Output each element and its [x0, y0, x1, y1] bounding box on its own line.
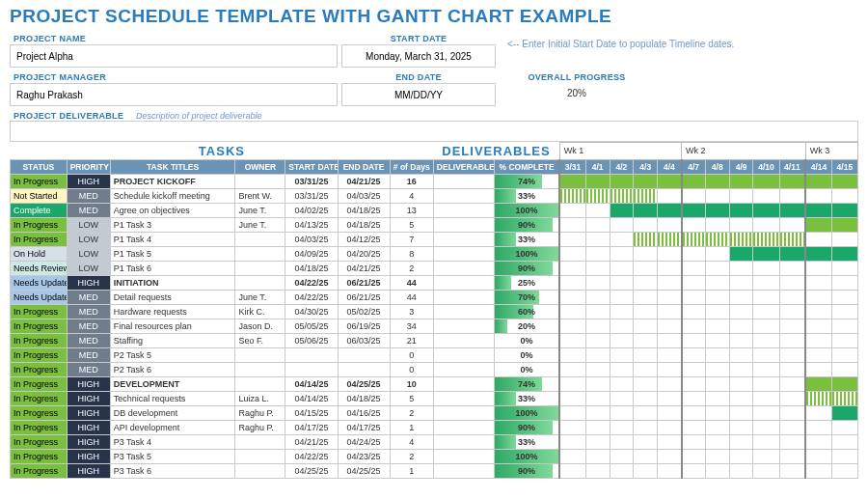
priority-cell[interactable]: MED: [67, 333, 110, 347]
status-cell[interactable]: In Progress: [11, 434, 68, 449]
manager-input[interactable]: [10, 83, 338, 106]
status-cell[interactable]: In Progress: [11, 304, 68, 319]
days-cell[interactable]: 2: [390, 449, 433, 463]
deliverable-cell[interactable]: [433, 232, 494, 246]
table-row[interactable]: In ProgressLOWP1 Task 3June T.04/13/2504…: [11, 217, 858, 232]
end-cell[interactable]: 06/21/25: [338, 275, 390, 290]
owner-cell[interactable]: [235, 434, 285, 449]
end-cell[interactable]: 04/12/25: [338, 232, 390, 246]
end-cell[interactable]: 04/21/25: [338, 174, 390, 188]
end-cell[interactable]: [338, 362, 390, 376]
priority-cell[interactable]: LOW: [67, 246, 110, 261]
pct-cell[interactable]: 20%: [495, 319, 560, 333]
owner-cell[interactable]: [235, 376, 285, 391]
days-cell[interactable]: 3: [390, 304, 433, 319]
table-row[interactable]: In ProgressMEDFinal resources planJason …: [11, 319, 858, 333]
task-cell[interactable]: P1 Task 6: [110, 261, 235, 275]
owner-cell[interactable]: June T.: [235, 290, 285, 304]
pct-cell[interactable]: 90%: [495, 261, 560, 275]
table-row[interactable]: On HoldLOWP1 Task 504/09/2504/20/258100%: [11, 246, 858, 261]
priority-cell[interactable]: MED: [67, 362, 110, 376]
end-cell[interactable]: 05/02/25: [338, 304, 390, 319]
status-cell[interactable]: Complete: [11, 203, 68, 217]
task-cell[interactable]: Agree on objectives: [110, 203, 235, 217]
start-cell[interactable]: 04/02/25: [285, 203, 338, 217]
task-cell[interactable]: API development: [110, 420, 235, 434]
priority-cell[interactable]: MED: [67, 304, 110, 319]
pct-cell[interactable]: 33%: [495, 434, 560, 449]
end-cell[interactable]: 06/21/25: [338, 290, 390, 304]
col-task[interactable]: TASK TITLES: [110, 159, 235, 174]
pct-cell[interactable]: 0%: [495, 347, 560, 362]
start-cell[interactable]: 04/18/25: [285, 261, 338, 275]
status-cell[interactable]: In Progress: [11, 391, 68, 405]
pct-cell[interactable]: 90%: [495, 217, 560, 232]
owner-cell[interactable]: June T.: [235, 217, 285, 232]
owner-cell[interactable]: [235, 463, 285, 478]
pct-cell[interactable]: 0%: [495, 333, 560, 347]
col-start[interactable]: START DATE: [285, 159, 338, 174]
priority-cell[interactable]: HIGH: [67, 376, 110, 391]
status-cell[interactable]: In Progress: [11, 174, 68, 188]
pct-cell[interactable]: 100%: [495, 246, 560, 261]
deliverable-cell[interactable]: [433, 188, 494, 203]
end-cell[interactable]: 04/23/25: [338, 449, 390, 463]
deliverable-input[interactable]: [10, 121, 858, 142]
table-row[interactable]: Needs ReviewLOWP1 Task 604/18/2504/21/25…: [11, 261, 858, 275]
start-cell[interactable]: 04/14/25: [285, 376, 338, 391]
priority-cell[interactable]: HIGH: [67, 275, 110, 290]
task-cell[interactable]: P3 Task 5: [110, 449, 235, 463]
task-cell[interactable]: PROJECT KICKOFF: [110, 174, 235, 188]
days-cell[interactable]: 8: [390, 246, 433, 261]
table-row[interactable]: In ProgressLOWP1 Task 404/03/2504/12/257…: [11, 232, 858, 246]
priority-cell[interactable]: HIGH: [67, 434, 110, 449]
pct-cell[interactable]: 33%: [495, 188, 560, 203]
pct-cell[interactable]: 33%: [495, 232, 560, 246]
col-pct[interactable]: % COMPLETE: [495, 159, 560, 174]
table-row[interactable]: In ProgressHIGHPROJECT KICKOFF03/31/2504…: [11, 174, 858, 188]
table-row[interactable]: CompleteMEDAgree on objectivesJune T.04/…: [11, 203, 858, 217]
priority-cell[interactable]: HIGH: [67, 174, 110, 188]
status-cell[interactable]: On Hold: [11, 246, 68, 261]
deliverable-cell[interactable]: [433, 261, 494, 275]
deliverable-cell[interactable]: [433, 319, 494, 333]
end-cell[interactable]: 04/20/25: [338, 246, 390, 261]
pct-cell[interactable]: 90%: [495, 463, 560, 478]
start-cell[interactable]: 04/14/25: [285, 391, 338, 405]
owner-cell[interactable]: [235, 449, 285, 463]
task-cell[interactable]: DEVELOPMENT: [110, 376, 235, 391]
task-cell[interactable]: P1 Task 3: [110, 217, 235, 232]
priority-cell[interactable]: HIGH: [67, 391, 110, 405]
table-row[interactable]: In ProgressMEDP2 Task 500%: [11, 347, 858, 362]
status-cell[interactable]: In Progress: [11, 376, 68, 391]
start-cell[interactable]: 04/09/25: [285, 246, 338, 261]
end-cell[interactable]: 06/19/25: [338, 319, 390, 333]
deliverable-cell[interactable]: [433, 275, 494, 290]
start-cell[interactable]: 04/30/25: [285, 304, 338, 319]
days-cell[interactable]: 2: [390, 405, 433, 420]
priority-cell[interactable]: MED: [67, 347, 110, 362]
owner-cell[interactable]: Brent W.: [235, 188, 285, 203]
deliverable-cell[interactable]: [433, 290, 494, 304]
deliverable-cell[interactable]: [433, 333, 494, 347]
table-row[interactable]: In ProgressHIGHTechnical requestsLuiza L…: [11, 391, 858, 405]
deliverable-cell[interactable]: [433, 362, 494, 376]
table-row[interactable]: In ProgressHIGHP3 Task 504/22/2504/23/25…: [11, 449, 858, 463]
owner-cell[interactable]: [235, 174, 285, 188]
status-cell[interactable]: In Progress: [11, 232, 68, 246]
start-cell[interactable]: 04/25/25: [285, 463, 338, 478]
table-row[interactable]: In ProgressMEDP2 Task 600%: [11, 362, 858, 376]
end-cell[interactable]: 04/17/25: [338, 420, 390, 434]
pct-cell[interactable]: 0%: [495, 362, 560, 376]
priority-cell[interactable]: HIGH: [67, 463, 110, 478]
start-cell[interactable]: 04/15/25: [285, 405, 338, 420]
deliverable-cell[interactable]: [433, 203, 494, 217]
deliverable-cell[interactable]: [433, 347, 494, 362]
deliverable-cell[interactable]: [433, 304, 494, 319]
deliverable-cell[interactable]: [433, 174, 494, 188]
status-cell[interactable]: In Progress: [11, 449, 68, 463]
start-cell[interactable]: 04/21/25: [285, 434, 338, 449]
task-cell[interactable]: P3 Task 4: [110, 434, 235, 449]
table-row[interactable]: In ProgressHIGHDEVELOPMENT04/14/2504/25/…: [11, 376, 858, 391]
end-cell[interactable]: 04/24/25: [338, 434, 390, 449]
